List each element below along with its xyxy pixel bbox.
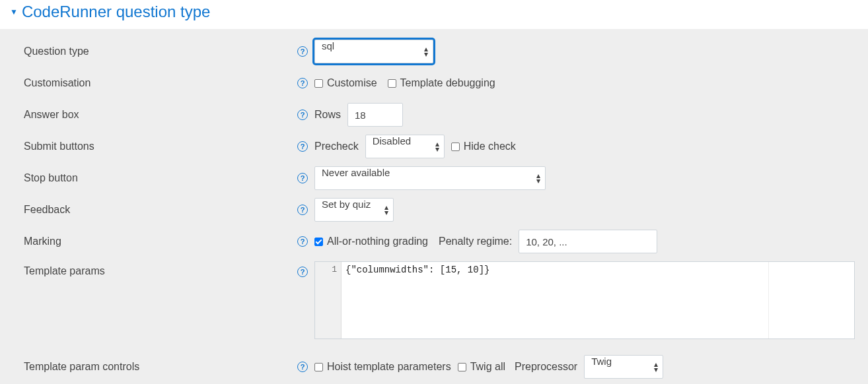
editor-scroll-area (768, 262, 854, 338)
twig-all-checkbox[interactable]: Twig all (458, 361, 505, 373)
checkbox-icon (458, 363, 466, 371)
rows-input[interactable] (347, 103, 403, 127)
precheck-select[interactable]: Disabled (365, 135, 445, 158)
precheck-label: Precheck (314, 141, 359, 152)
penalty-regime-input[interactable] (519, 230, 657, 253)
penalty-regime-label: Penalty regime: (439, 236, 512, 247)
help-icon[interactable]: ? (297, 110, 308, 120)
section-title: CodeRunner question type (22, 3, 211, 21)
preprocessor-label: Preprocessor (515, 361, 577, 373)
label-feedback: Feedback (24, 204, 70, 216)
label-answer-box: Answer box (24, 109, 79, 121)
help-icon[interactable]: ? (297, 46, 308, 57)
help-icon[interactable]: ? (297, 205, 308, 215)
chevron-down-icon: ▼ (10, 7, 18, 16)
checkbox-icon (314, 79, 323, 88)
customise-checkbox[interactable]: Customise (314, 77, 377, 89)
rows-label: Rows (314, 109, 341, 121)
label-submit-buttons: Submit buttons (24, 141, 94, 152)
checkbox-icon (451, 143, 460, 151)
label-template-param-controls: Template param controls (24, 361, 139, 373)
help-icon[interactable]: ? (297, 236, 308, 247)
feedback-select[interactable]: Set by quiz (314, 198, 394, 222)
template-params-editor[interactable]: 1 {"columnwidths": [15, 10]} (314, 261, 855, 339)
preprocessor-select[interactable]: Twig (584, 355, 663, 379)
all-or-nothing-checkbox[interactable]: All-or-nothing grading (314, 236, 428, 247)
help-icon[interactable]: ? (297, 141, 308, 152)
editor-gutter: 1 (315, 262, 342, 338)
checkbox-icon (388, 79, 396, 88)
hoist-template-parameters-checkbox[interactable]: Hoist template parameters (314, 361, 451, 373)
checkbox-icon (314, 363, 323, 371)
form-area: Question type ? sql ▴▾ Customisation ? C… (0, 29, 868, 384)
label-template-params: Template params (24, 265, 105, 277)
template-debugging-checkbox[interactable]: Template debugging (388, 77, 495, 89)
help-icon[interactable]: ? (297, 267, 308, 277)
help-icon[interactable]: ? (297, 173, 308, 183)
label-stop-button: Stop button (24, 172, 78, 184)
help-icon[interactable]: ? (297, 78, 308, 88)
checkbox-checked-icon (314, 238, 323, 246)
editor-content[interactable]: {"columnwidths": [15, 10]} (342, 262, 768, 338)
hide-check-checkbox[interactable]: Hide check (451, 141, 516, 152)
section-header[interactable]: ▼ CodeRunner question type (0, 0, 868, 29)
label-marking: Marking (24, 236, 61, 247)
label-question-type: Question type (24, 46, 89, 57)
question-type-select[interactable]: sql (314, 40, 433, 63)
help-icon[interactable]: ? (297, 362, 308, 372)
stop-button-select[interactable]: Never available (314, 166, 546, 190)
label-customisation: Customisation (24, 77, 90, 89)
